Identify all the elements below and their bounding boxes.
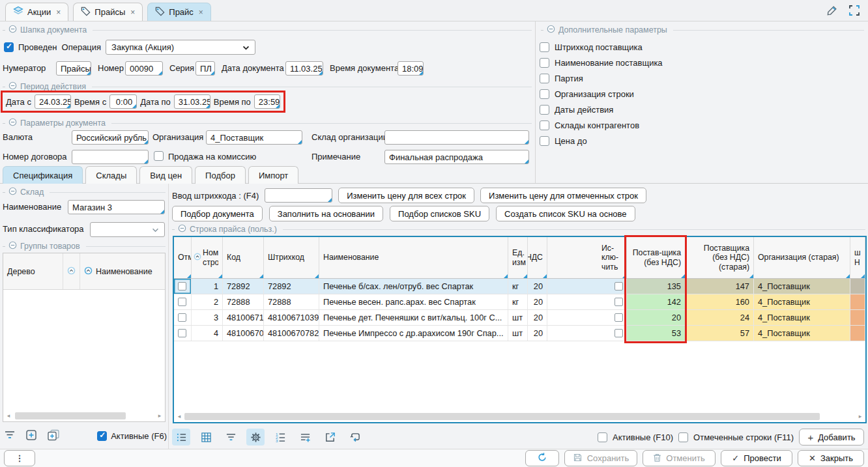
pick-sku-lists-button[interactable]: Подбор списков SKU xyxy=(390,206,489,221)
grid-view-icon[interactable] xyxy=(197,429,215,446)
barcode-cell[interactable]: 4810067103981 xyxy=(264,310,319,325)
row-exclude-checkbox[interactable] xyxy=(615,313,623,322)
open-external-icon[interactable] xyxy=(321,429,339,446)
barcode-cell[interactable]: 4810067078210 xyxy=(264,326,319,341)
pick-document-button[interactable]: Подбор документа xyxy=(172,206,263,221)
vat-cell[interactable]: 20 xyxy=(528,279,547,294)
barcode-input[interactable] xyxy=(265,188,332,203)
clipped-cell[interactable] xyxy=(850,310,865,325)
clipped-cell[interactable] xyxy=(850,326,865,341)
collapse-icon[interactable] xyxy=(8,187,17,197)
name-cell[interactable]: Печенье дет. Печеняшки с вит/кальц. 100г… xyxy=(319,310,508,325)
clipped-cell[interactable] xyxy=(850,294,865,309)
name-cell[interactable]: Печенье б/сах. лен/отруб. вес Спартак xyxy=(319,279,508,294)
org-old-cell[interactable]: 4_Поставщик xyxy=(754,279,850,294)
commission-checkbox[interactable] xyxy=(154,151,164,161)
row-exclude-checkbox[interactable] xyxy=(615,282,623,290)
tree-column-header[interactable]: Дерево xyxy=(3,253,63,289)
col-vat[interactable]: НДС xyxy=(528,237,547,278)
unit-cell[interactable]: шт xyxy=(508,310,528,325)
col-exclude[interactable]: Ис-клю-чить xyxy=(547,237,627,278)
scroll-left-arrow[interactable]: ◂ xyxy=(5,412,12,419)
tab-specification[interactable]: Спецификация xyxy=(3,166,83,184)
mark-cell[interactable] xyxy=(174,294,192,309)
tab-akcii[interactable]: Акции × xyxy=(5,3,68,21)
fullscreen-icon[interactable] xyxy=(848,5,860,18)
col-code[interactable]: Код xyxy=(223,237,264,278)
unit-cell[interactable]: шт xyxy=(508,326,528,341)
edit-pencil-icon[interactable] xyxy=(826,5,838,18)
classifier-select[interactable] xyxy=(90,222,165,237)
exclude-cell[interactable] xyxy=(547,294,627,309)
row-mark-checkbox[interactable] xyxy=(178,329,186,337)
supplier-price-old-cell[interactable]: 57 xyxy=(686,326,754,341)
tab-sklady[interactable]: Склады xyxy=(85,166,137,184)
time-to-field[interactable]: 23:59 xyxy=(254,94,280,109)
close-icon[interactable]: × xyxy=(56,8,61,17)
line-no-cell[interactable]: 4 xyxy=(192,326,223,341)
name-column-header[interactable]: Наименование xyxy=(80,253,165,289)
barcode-cell[interactable]: 72888 xyxy=(264,294,319,309)
name-cell[interactable]: Печенье весен. рапс.арах. вес Спартак xyxy=(319,294,508,309)
warehouse-name-field[interactable]: Магазин 3 xyxy=(68,200,165,214)
supplier-price-cell[interactable]: 135 xyxy=(627,279,686,294)
doc-date-field[interactable]: 11.03.25 xyxy=(285,61,323,76)
scroll-thumb[interactable] xyxy=(15,412,126,419)
col-name[interactable]: Наименование xyxy=(319,237,508,278)
filter-icon[interactable] xyxy=(4,430,16,442)
close-icon[interactable]: × xyxy=(199,8,203,17)
org-old-cell[interactable]: 4_Поставщик xyxy=(754,294,850,309)
row-exclude-checkbox[interactable] xyxy=(615,298,623,306)
cancel-button[interactable]: Отменить xyxy=(643,450,716,466)
create-sku-list-button[interactable]: Создать список SKU на основе xyxy=(496,206,635,221)
active-f10-checkbox[interactable] xyxy=(598,432,607,442)
note-field[interactable]: Финальная распродажа xyxy=(384,150,529,164)
col-org-old[interactable]: Организация (старая) xyxy=(754,237,850,278)
supplier-price-cell[interactable]: 53 xyxy=(627,326,686,341)
posted-checkbox[interactable] xyxy=(4,42,14,52)
post-button[interactable]: ✓ Провести xyxy=(721,450,792,466)
refresh-button[interactable] xyxy=(525,450,559,466)
barcode-cell[interactable]: 72892 xyxy=(264,279,319,294)
add-lines-icon[interactable] xyxy=(296,429,314,446)
vat-cell[interactable]: 20 xyxy=(528,326,547,341)
supplier-name-checkbox[interactable] xyxy=(540,58,549,68)
code-cell[interactable]: 48100670... xyxy=(223,326,264,341)
scroll-thumb[interactable] xyxy=(184,413,820,420)
line-no-cell[interactable]: 3 xyxy=(192,310,223,325)
org-store-field[interactable] xyxy=(384,130,529,145)
collapse-icon[interactable] xyxy=(547,25,555,35)
number-field[interactable]: 00090 xyxy=(125,61,163,76)
exclude-cell[interactable] xyxy=(547,279,627,294)
tab-praisy[interactable]: Прайсы × xyxy=(73,3,143,21)
org-old-cell[interactable]: 4_Поставщик xyxy=(754,326,850,341)
name-cell[interactable]: Печенье Импрессо с др.арахисом 190г Спар… xyxy=(319,326,508,341)
batch-checkbox[interactable] xyxy=(540,74,549,83)
price-table-hscrollbar[interactable]: ◂ ▸ xyxy=(175,412,864,421)
scroll-right-arrow[interactable]: ▸ xyxy=(856,413,864,419)
time-from-field[interactable]: 0:00 xyxy=(109,94,137,109)
col-line-no[interactable]: Номер строки xyxy=(192,237,223,278)
collapse-icon[interactable] xyxy=(178,224,186,234)
tab-prais-active[interactable]: Прайс × xyxy=(147,3,211,21)
col-mark[interactable]: Отм xyxy=(174,237,192,278)
clipped-cell[interactable] xyxy=(850,279,865,294)
validity-dates-checkbox[interactable] xyxy=(540,105,549,115)
mark-cell[interactable] xyxy=(174,310,192,325)
row-exclude-checkbox[interactable] xyxy=(615,329,623,337)
col-supplier-price[interactable]: Постав-щика (без НДС) xyxy=(627,237,686,278)
doc-time-field[interactable]: 18:09 xyxy=(398,61,424,76)
supplier-price-cell[interactable]: 20 xyxy=(627,310,686,325)
mark-cell[interactable] xyxy=(174,279,192,294)
fill-from-button[interactable]: Заполнить на основании xyxy=(269,206,383,221)
filter-icon[interactable] xyxy=(222,429,240,446)
scroll-left-arrow[interactable]: ◂ xyxy=(175,413,183,419)
list-view-icon[interactable] xyxy=(172,429,190,446)
row-mark-checkbox[interactable] xyxy=(178,298,186,306)
exclude-cell[interactable] xyxy=(547,310,627,325)
numbered-list-icon[interactable]: 123 xyxy=(271,429,289,446)
add-group-icon[interactable] xyxy=(25,429,37,443)
change-price-all-button[interactable]: Изменить цену для всех строк xyxy=(338,188,474,203)
code-cell[interactable]: 48100671... xyxy=(223,310,264,325)
org-old-cell[interactable]: 4_Поставщик xyxy=(754,310,850,325)
